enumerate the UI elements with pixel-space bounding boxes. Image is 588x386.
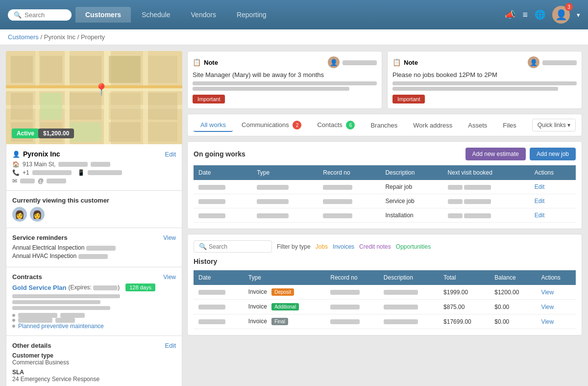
hist-r2-action[interactable]: View <box>536 300 576 314</box>
nav-tab-schedule[interactable]: Schedule <box>132 7 180 23</box>
nav-icons: 📣 ≡ 🌐 👤 3 ▾ <box>505 6 580 24</box>
contracts-view[interactable]: View <box>163 274 176 281</box>
hist-r1-balance: $1200.00 <box>490 285 536 300</box>
hist-r2-view-link[interactable]: View <box>541 304 554 310</box>
hrec-blur-1 <box>330 290 360 295</box>
row1-type <box>252 180 318 194</box>
email-row: ✉ @ <box>12 178 176 184</box>
quick-links-button[interactable]: Quick links ▾ <box>532 119 576 131</box>
filter-credit-notes[interactable]: Credit notes <box>359 243 391 250</box>
history-search-box[interactable]: 🔍 <box>194 240 272 253</box>
nav-tab-reporting[interactable]: Reporting <box>227 7 276 23</box>
hist-r1-action[interactable]: View <box>536 285 576 300</box>
ongoing-table-header: Date Type Record no Description Next vis… <box>194 165 576 180</box>
row1-edit-link[interactable]: Edit <box>535 183 545 190</box>
user-avatar-btn[interactable]: 👤 3 <box>552 6 570 24</box>
viewer-avatar-1: 👩 <box>12 207 27 222</box>
row1-action[interactable]: Edit <box>530 180 576 194</box>
tab-work-address[interactable]: Work address <box>406 119 459 131</box>
row3-edit-link[interactable]: Edit <box>535 212 545 219</box>
filter-label: Filter by type <box>277 243 311 250</box>
customer-info-card: 👤 Pyronix Inc Edit 🏠 913 Main St, 📞 +1 📱 <box>6 144 182 191</box>
main-container: 📍 Active $1,200.00 👤 Pyronix Inc Edit 🏠 … <box>0 45 588 386</box>
tab-communications[interactable]: Communications 2 <box>235 118 308 132</box>
viewer-avatar-2: 👩 <box>30 207 45 222</box>
other-details-edit[interactable]: Edit <box>165 342 176 349</box>
hdate-blur-2 <box>198 305 225 309</box>
nav-tab-customers[interactable]: Customers <box>75 7 131 23</box>
hist-r2-date <box>194 300 244 314</box>
item-blur-2b <box>55 318 75 323</box>
row2-action[interactable]: Edit <box>530 194 576 208</box>
row1-record <box>318 180 380 194</box>
service-reminders-view[interactable]: View <box>163 234 176 241</box>
table-row: Service job Edit <box>194 194 576 208</box>
row2-next-visit <box>443 194 530 208</box>
breadcrumb-property: Property <box>81 33 105 41</box>
hist-r2-record <box>325 300 379 314</box>
search-input[interactable] <box>24 11 69 19</box>
ppm-link[interactable]: Planned preventive maintenance <box>18 323 104 330</box>
notification-icon[interactable]: 📣 <box>505 9 515 20</box>
col-actions: Actions <box>530 165 576 180</box>
customer-info: 🏠 913 Main St, 📞 +1 📱 ✉ @ <box>12 161 176 184</box>
row3-action[interactable]: Edit <box>530 208 576 223</box>
menu-icon[interactable]: ≡ <box>522 10 528 20</box>
service-item-2: Annual HVAC Inspection <box>12 253 176 259</box>
filter-opportunities[interactable]: Opportunities <box>396 243 431 250</box>
svg-rect-12 <box>11 93 33 120</box>
svg-rect-16 <box>148 93 177 120</box>
row2-edit-link[interactable]: Edit <box>535 198 545 205</box>
nv-blur-r3b <box>464 213 491 218</box>
contract-blur-rows <box>12 294 176 310</box>
tab-branches[interactable]: Branches <box>364 119 404 131</box>
contract-date-blur <box>93 285 118 290</box>
customer-edit-link[interactable]: Edit <box>165 151 176 158</box>
hist-r1-view-link[interactable]: View <box>541 289 554 296</box>
address-blur2 <box>91 162 110 167</box>
note-2-meta: 👤 <box>528 56 577 68</box>
add-new-job-button[interactable]: Add new job <box>530 148 576 160</box>
nav-tab-vendors[interactable]: Vendors <box>181 7 226 23</box>
history-title: History <box>194 257 217 265</box>
hist-r3-view-link[interactable]: View <box>541 318 554 325</box>
add-estimate-button[interactable]: Add new estimate <box>466 148 526 160</box>
note-1-blurs <box>193 81 377 91</box>
note-2-blurs <box>392 81 577 91</box>
row1-date <box>194 180 252 194</box>
tabs-bar: All works Communications 2 Contacts 6 Br… <box>187 114 582 136</box>
note-1-important-badge[interactable]: Important <box>193 95 225 103</box>
hist-col-balance: Balance <box>490 270 536 285</box>
filter-invoices[interactable]: Invoices <box>333 243 354 250</box>
map-container: 📍 Active $1,200.00 <box>6 51 182 144</box>
contract-name[interactable]: Gold Service Plan <box>12 284 67 291</box>
hist-r3-action[interactable]: View <box>536 314 576 329</box>
date-blur-1 <box>343 60 377 65</box>
hist-r2-type: Invoice Additional <box>244 300 325 314</box>
tab-files[interactable]: Files <box>496 119 523 131</box>
hdesc-blur-1 <box>384 290 418 295</box>
note-2-text: Please no jobs booked 12PM to 2PM <box>392 71 577 78</box>
service-item-1: Annual Electrical Inspection <box>12 244 176 251</box>
tab-assets[interactable]: Assets <box>461 119 494 131</box>
tab-all-works[interactable]: All works <box>194 119 233 132</box>
search-box[interactable]: 🔍 <box>8 9 72 21</box>
history-search-input[interactable] <box>209 243 263 250</box>
table-row: Invoice Deposit $1999.00 $1200.00 View <box>194 285 576 300</box>
hrec-blur-2 <box>330 305 360 309</box>
tab-contacts[interactable]: Contacts 6 <box>310 118 362 132</box>
hdesc-blur-2 <box>384 305 418 309</box>
note-1-date <box>343 59 377 65</box>
history-table: Date Type Record no Description Total Ba… <box>194 270 576 329</box>
contacts-count: 6 <box>346 121 355 129</box>
breadcrumb-customers[interactable]: Customers <box>8 33 39 41</box>
globe-icon[interactable]: 🌐 <box>535 9 545 20</box>
bullet-3 <box>12 325 15 328</box>
col-date: Date <box>194 165 252 180</box>
contract-blur-1 <box>12 294 120 298</box>
date-blur-2 <box>542 60 577 65</box>
hdesc-blur-3 <box>384 319 418 324</box>
type-blur-r2 <box>257 199 289 204</box>
filter-jobs[interactable]: Jobs <box>316 243 328 250</box>
note-2-important-badge[interactable]: Important <box>392 95 425 103</box>
